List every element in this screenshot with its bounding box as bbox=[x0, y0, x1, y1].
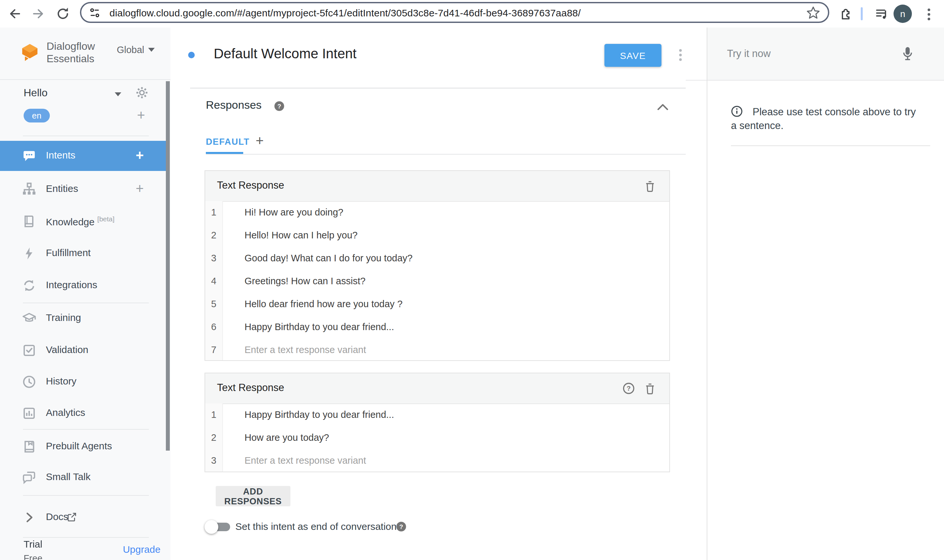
main-panel: Default Welcome Intent SAVE Responses ? … bbox=[170, 28, 707, 560]
forward-icon[interactable] bbox=[31, 6, 45, 21]
logo-row: Dialogflow Essentials Global bbox=[0, 28, 170, 80]
response-variant-input-row[interactable]: 3 Enter a text response variant bbox=[205, 449, 669, 472]
avatar-initial: n bbox=[900, 9, 905, 19]
tab-rule bbox=[206, 154, 686, 155]
response-variant-row[interactable]: 1 Happy Birthday to you dear friend... bbox=[205, 403, 669, 426]
back-icon[interactable] bbox=[8, 6, 22, 21]
bookmark-star-icon[interactable] bbox=[806, 6, 820, 20]
help-icon[interactable]: ? bbox=[274, 101, 284, 111]
sidebar-item-fulfillment[interactable]: Fulfillment bbox=[0, 238, 166, 269]
sidebar-item-training[interactable]: Training bbox=[0, 303, 166, 333]
svg-text:?: ? bbox=[277, 103, 281, 110]
sidebar-item-history[interactable]: History bbox=[0, 367, 166, 397]
response-variant-row[interactable]: 3 Good day! What can I do for you today? bbox=[205, 247, 669, 270]
sidebar-item-knowledge[interactable]: Knowledge [beta] bbox=[0, 206, 166, 237]
toggle-label: Set this intent as end of conversation bbox=[235, 521, 396, 532]
knowledge-icon bbox=[22, 214, 37, 229]
app-title: Dialogflow Essentials bbox=[46, 40, 95, 65]
sidebar-item-integrations[interactable]: Integrations bbox=[0, 271, 166, 301]
divider bbox=[23, 537, 149, 538]
delete-icon[interactable] bbox=[645, 382, 656, 395]
sidebar-scrollbar[interactable] bbox=[166, 81, 170, 451]
chevron-down-icon bbox=[148, 48, 155, 52]
chevron-down-icon bbox=[115, 92, 121, 96]
tab-default[interactable]: DEFAULT bbox=[206, 137, 250, 147]
response-variant-input-row[interactable]: 7 Enter a text response variant bbox=[205, 338, 669, 362]
response-variant-row[interactable]: 2 How are you today? bbox=[205, 426, 669, 449]
gear-icon[interactable] bbox=[135, 86, 149, 100]
add-intent-icon[interactable]: + bbox=[136, 148, 144, 162]
media-playlist-icon[interactable] bbox=[875, 6, 889, 21]
response-variant-row[interactable]: 6 Happy Birthday to you dear friend... bbox=[205, 316, 669, 338]
region-selector[interactable]: Global bbox=[117, 45, 155, 55]
add-language-icon[interactable]: + bbox=[137, 108, 145, 122]
intents-icon bbox=[22, 149, 37, 163]
divider bbox=[731, 145, 930, 146]
extensions-icon[interactable] bbox=[838, 6, 853, 21]
test-console-panel: Try it now Please use test console above… bbox=[707, 28, 944, 560]
try-it-now-placeholder: Try it now bbox=[727, 48, 771, 60]
add-responses-button[interactable]: ADD RESPONSES bbox=[216, 486, 290, 506]
microphone-icon[interactable] bbox=[901, 46, 914, 63]
analytics-icon bbox=[22, 406, 37, 420]
validation-icon bbox=[22, 343, 37, 358]
training-icon bbox=[22, 311, 37, 326]
intent-menu-icon[interactable] bbox=[677, 47, 684, 63]
section-divider bbox=[190, 88, 686, 88]
add-tab-icon[interactable]: + bbox=[256, 133, 264, 149]
chevron-right-icon bbox=[25, 512, 34, 523]
text-response-card: Text Response ? 1 Happy Birthday to you … bbox=[205, 373, 670, 472]
divider bbox=[686, 80, 707, 80]
response-variant-row[interactable]: 2 Hello! How can I help you? bbox=[205, 224, 669, 247]
integrations-icon bbox=[22, 278, 37, 293]
collapse-section-icon[interactable] bbox=[657, 103, 669, 111]
external-link-icon bbox=[67, 512, 77, 522]
help-outline-icon[interactable]: ? bbox=[623, 383, 635, 394]
site-settings-icon[interactable] bbox=[89, 7, 100, 18]
svg-text:?: ? bbox=[627, 385, 631, 392]
sidebar-item-entities[interactable]: Entities + bbox=[0, 174, 166, 205]
toggle-knob[interactable] bbox=[205, 520, 218, 534]
try-it-now-input[interactable]: Try it now bbox=[707, 28, 944, 80]
response-variant-placeholder: Enter a text response variant bbox=[245, 345, 366, 355]
entities-icon bbox=[22, 182, 37, 197]
divider bbox=[23, 495, 149, 496]
url-text: dialogflow.cloud.google.com/#/agent/mypr… bbox=[110, 7, 581, 18]
agent-selector[interactable]: Hello bbox=[0, 84, 170, 105]
response-variant-row[interactable]: 1 Hi! How are you doing? bbox=[205, 201, 669, 224]
fulfillment-icon bbox=[22, 246, 37, 261]
delete-icon[interactable] bbox=[645, 180, 656, 192]
divider bbox=[23, 429, 149, 430]
upgrade-link[interactable]: Upgrade bbox=[123, 544, 160, 555]
info-message: Please use test console above to try a s… bbox=[731, 105, 922, 132]
save-button[interactable]: SAVE bbox=[605, 44, 662, 67]
text-response-card: Text Response 1 Hi! How are you doing? 2… bbox=[205, 170, 670, 361]
reload-icon[interactable] bbox=[56, 6, 70, 21]
sidebar-item-small-talk[interactable]: Small Talk bbox=[0, 462, 166, 492]
url-bar[interactable]: dialogflow.cloud.google.com/#/agent/mypr… bbox=[80, 2, 829, 23]
sidebar-item-docs[interactable]: Docs bbox=[0, 502, 166, 532]
language-chip[interactable]: en bbox=[23, 109, 50, 123]
info-icon bbox=[731, 105, 743, 117]
divider bbox=[23, 135, 149, 136]
avatar[interactable]: n bbox=[893, 5, 912, 23]
screen: dialogflow.cloud.google.com/#/agent/mypr… bbox=[0, 0, 944, 560]
card-title: Text Response bbox=[217, 382, 284, 394]
language-row: en + bbox=[0, 108, 170, 126]
beta-badge: [beta] bbox=[97, 215, 115, 223]
sidebar: Dialogflow Essentials Global Hello bbox=[0, 28, 170, 560]
response-variant-row[interactable]: 5 Hello dear friend how are you today ? bbox=[205, 293, 669, 316]
toolbar-divider bbox=[861, 7, 863, 20]
sidebar-item-intents[interactable]: Intents + bbox=[0, 141, 166, 171]
response-variant-row[interactable]: 4 Greetings! How can I assist? bbox=[205, 270, 669, 293]
response-variant-placeholder: Enter a text response variant bbox=[245, 455, 366, 466]
sidebar-item-prebuilt-agents[interactable]: Prebuilt Agents bbox=[0, 432, 166, 462]
responses-heading: Responses bbox=[206, 99, 262, 112]
sidebar-item-analytics[interactable]: Analytics bbox=[0, 398, 166, 428]
browser-menu-icon[interactable] bbox=[924, 6, 933, 21]
help-icon[interactable]: ? bbox=[396, 522, 406, 532]
sidebar-item-validation[interactable]: Validation bbox=[0, 335, 166, 366]
add-entity-icon[interactable]: + bbox=[136, 182, 144, 195]
agent-name: Hello bbox=[23, 87, 48, 99]
history-icon bbox=[22, 375, 37, 389]
